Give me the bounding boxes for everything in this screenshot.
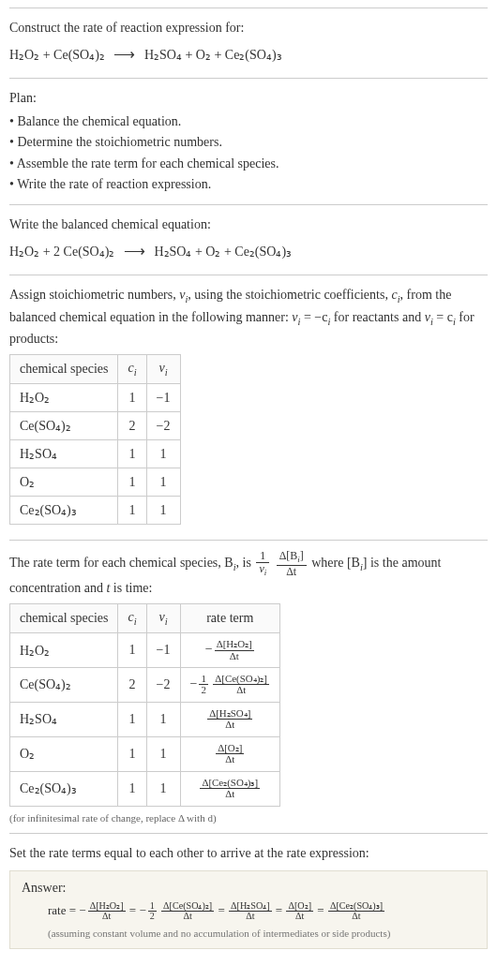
stoich-table: chemical species ci νi H₂O₂1−1 Ce(SO₄)₂2… bbox=[9, 354, 181, 525]
table-row: H₂SO₄11 bbox=[10, 440, 181, 468]
eq-lhs: H₂O₂ + Ce(SO₄)₂ bbox=[9, 48, 105, 62]
rate-term-text: The rate term for each chemical species,… bbox=[9, 550, 488, 598]
answer-box: Answer: rate = −Δ[H₂O₂]Δt = −12 Δ[Ce(SO₄… bbox=[9, 870, 488, 949]
table-row: Ce(SO₄)₂2−2 bbox=[10, 412, 181, 440]
plan-section: Plan: • Balance the chemical equation. •… bbox=[9, 78, 488, 205]
fraction: Δ[H₂SO₄]Δt bbox=[229, 901, 272, 922]
eq-rhs: H₂SO₄ + O₂ + Ce₂(SO₄)₃ bbox=[144, 48, 282, 62]
rate-expression: rate = −Δ[H₂O₂]Δt = −12 Δ[Ce(SO₄)₂]Δt = … bbox=[22, 901, 475, 922]
table-row: Ce₂(SO₄)₃11 bbox=[10, 497, 181, 525]
balanced-heading: Write the balanced chemical equation: bbox=[9, 215, 488, 234]
table-row: Ce₂(SO₄)₃ 1 1 Δ[Ce₂(SO₄)₃]Δt bbox=[10, 771, 280, 806]
final-section: Set the rate terms equal to each other t… bbox=[9, 833, 488, 958]
col-species: chemical species bbox=[10, 604, 118, 633]
balanced-lhs: H₂O₂ + 2 Ce(SO₄)₂ bbox=[9, 245, 114, 259]
table-note: (for infinitesimal rate of change, repla… bbox=[9, 812, 488, 824]
plan-item: • Balance the chemical equation. bbox=[9, 111, 488, 132]
col-nui: νi bbox=[146, 604, 180, 633]
col-species: chemical species bbox=[10, 355, 118, 384]
col-rate-term: rate term bbox=[180, 604, 279, 633]
table-row: H₂O₂1−1 bbox=[10, 384, 181, 412]
balanced-rhs: H₂SO₄ + O₂ + Ce₂(SO₄)₃ bbox=[154, 245, 292, 259]
plan-heading: Plan: bbox=[9, 88, 488, 108]
table-row: O₂ 1 1 Δ[O₂]Δt bbox=[10, 736, 280, 771]
fraction: 12 bbox=[148, 901, 157, 922]
unbalanced-equation: H₂O₂ + Ce(SO₄)₂ ⟶ H₂SO₄ + O₂ + Ce₂(SO₄)₃ bbox=[9, 41, 488, 68]
col-ci: ci bbox=[118, 355, 146, 384]
table-header-row: chemical species ci νi bbox=[10, 355, 181, 384]
fraction: Δ[H₂O₂]Δt bbox=[88, 901, 126, 922]
plan-item: • Write the rate of reaction expression. bbox=[9, 174, 488, 195]
plan-item: • Determine the stoichiometric numbers. bbox=[9, 132, 488, 153]
table-row: H₂O₂ 1 −1 −Δ[H₂O₂]Δt bbox=[10, 633, 280, 668]
fraction: 1 νi bbox=[256, 550, 269, 578]
stoich-text: Assign stoichiometric numbers, νi, using… bbox=[9, 285, 488, 349]
rate-term-table: chemical species ci νi rate term H₂O₂ 1 … bbox=[9, 603, 280, 806]
table-row: Ce(SO₄)₂ 2 −2 −12 Δ[Ce(SO₄)₂]Δt bbox=[10, 668, 280, 703]
stoich-section: Assign stoichiometric numbers, νi, using… bbox=[9, 275, 488, 540]
rate-term-section: The rate term for each chemical species,… bbox=[9, 540, 488, 833]
prompt-section: Construct the rate of reaction expressio… bbox=[9, 7, 488, 78]
table-row: O₂11 bbox=[10, 468, 181, 497]
fraction: Δ[Ce(SO₄)₂]Δt bbox=[161, 901, 214, 922]
col-nui: νi bbox=[146, 355, 180, 384]
final-text: Set the rate terms equal to each other t… bbox=[9, 843, 488, 863]
fraction: Δ[H₂SO₄]Δt bbox=[207, 708, 252, 731]
balanced-equation: H₂O₂ + 2 Ce(SO₄)₂ ⟶ H₂SO₄ + O₂ + Ce₂(SO₄… bbox=[9, 238, 488, 265]
plan-list: • Balance the chemical equation. • Deter… bbox=[9, 111, 488, 196]
arrow-icon: ⟶ bbox=[113, 41, 135, 68]
arrow-icon: ⟶ bbox=[124, 238, 145, 265]
col-ci: ci bbox=[118, 604, 146, 633]
plan-item: • Assemble the rate term for each chemic… bbox=[9, 154, 488, 174]
fraction: Δ[O₂]Δt bbox=[216, 743, 244, 765]
fraction: Δ[Ce₂(SO₄)₃]Δt bbox=[328, 901, 384, 922]
fraction: Δ[Bi] Δt bbox=[277, 550, 307, 578]
fraction: Δ[O₂]Δt bbox=[286, 901, 313, 922]
balanced-section: Write the balanced chemical equation: H₂… bbox=[9, 204, 488, 275]
fraction: Δ[Ce(SO₄)₂]Δt bbox=[213, 674, 269, 696]
fraction: Δ[H₂O₂]Δt bbox=[215, 639, 254, 661]
answer-label: Answer: bbox=[22, 881, 475, 896]
answer-note: (assuming constant volume and no accumul… bbox=[22, 928, 475, 939]
fraction: 12 bbox=[199, 674, 207, 696]
table-row: H₂SO₄ 1 1 Δ[H₂SO₄]Δt bbox=[10, 702, 280, 736]
fraction: Δ[Ce₂(SO₄)₃]Δt bbox=[200, 778, 260, 800]
table-header-row: chemical species ci νi rate term bbox=[10, 604, 280, 633]
prompt-text: Construct the rate of reaction expressio… bbox=[9, 18, 488, 37]
